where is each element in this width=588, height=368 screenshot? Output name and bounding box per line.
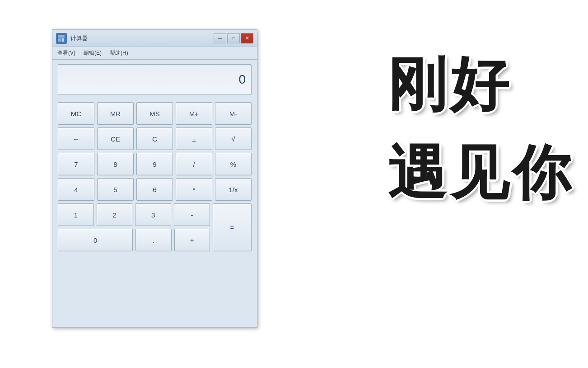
bottom-section: 1 2 3 - 0 . + =	[58, 203, 252, 251]
svg-rect-2	[58, 38, 60, 40]
ops-row: ← CE C ± √	[58, 127, 252, 150]
ce-button[interactable]: CE	[97, 127, 134, 150]
btn-0[interactable]: 0	[58, 229, 133, 251]
svg-rect-5	[58, 40, 60, 42]
plusminus-button[interactable]: ±	[176, 127, 212, 150]
btn-equals[interactable]: =	[213, 203, 252, 251]
menu-help[interactable]: 帮助(H)	[108, 49, 130, 57]
menu-view[interactable]: 查看(V)	[56, 49, 77, 57]
btn-7[interactable]: 7	[58, 153, 94, 175]
mc-button[interactable]: MC	[58, 102, 94, 125]
btn-divide[interactable]: /	[176, 153, 212, 175]
svg-rect-1	[58, 35, 65, 38]
ms-button[interactable]: MS	[136, 102, 173, 125]
btn-8[interactable]: 8	[97, 153, 134, 175]
btn-3[interactable]: 3	[135, 203, 171, 226]
c-button[interactable]: C	[136, 127, 173, 150]
num-row-1: 7 8 9 / %	[58, 153, 252, 175]
display-value: 0	[238, 72, 246, 87]
chinese-line-2: 遇见你	[387, 134, 574, 213]
window-controls: ─ □ ✕	[214, 33, 253, 43]
mplus-button[interactable]: M+	[176, 102, 212, 125]
btn-1[interactable]: 1	[58, 203, 94, 226]
close-button[interactable]: ✕	[241, 33, 253, 43]
maximize-button[interactable]: □	[227, 33, 240, 43]
num-row-2: 4 5 6 * 1/x	[58, 178, 252, 201]
menu-edit[interactable]: 编辑(E)	[82, 49, 103, 57]
app-icon	[56, 33, 67, 44]
btn-9[interactable]: 9	[136, 153, 173, 175]
mminus-button[interactable]: M-	[215, 102, 252, 125]
chinese-line-1: 刚好	[387, 45, 574, 125]
svg-rect-3	[60, 38, 61, 40]
btn-5[interactable]: 5	[97, 178, 134, 201]
btn-minus[interactable]: -	[174, 203, 210, 226]
btn-percent[interactable]: %	[215, 153, 252, 175]
title-bar: 计算器 ─ □ ✕	[52, 30, 257, 47]
btn-6[interactable]: 6	[136, 178, 173, 201]
memory-row: MC MR MS M+ M-	[58, 102, 252, 125]
btn-plus[interactable]: +	[174, 229, 210, 251]
btn-4[interactable]: 4	[58, 178, 94, 201]
minimize-button[interactable]: ─	[214, 33, 226, 43]
display-area: 0	[58, 64, 252, 95]
mr-button[interactable]: MR	[97, 102, 134, 125]
svg-rect-6	[60, 40, 61, 42]
btn-multiply[interactable]: *	[176, 178, 212, 201]
btn-reciprocal[interactable]: 1/x	[215, 178, 252, 201]
window-title: 计算器	[70, 34, 214, 42]
calculator-window: 计算器 ─ □ ✕ 查看(V) 编辑(E) 帮助(H) 0 MC MR MS M…	[52, 29, 257, 328]
menu-bar: 查看(V) 编辑(E) 帮助(H)	[52, 47, 257, 60]
backspace-button[interactable]: ←	[58, 127, 94, 150]
buttons-area: MC MR MS M+ M- ← CE C ± √ 7 8 9 / % 4 5 …	[52, 99, 257, 254]
btn-2[interactable]: 2	[97, 203, 133, 226]
num-row-4: 0 . +	[58, 229, 210, 251]
btn-dot[interactable]: .	[135, 229, 171, 251]
num-row-3: 1 2 3 -	[58, 203, 210, 226]
svg-rect-4	[62, 38, 64, 42]
chinese-text-area: 刚好 遇见你	[387, 45, 574, 213]
sqrt-button[interactable]: √	[215, 127, 252, 150]
